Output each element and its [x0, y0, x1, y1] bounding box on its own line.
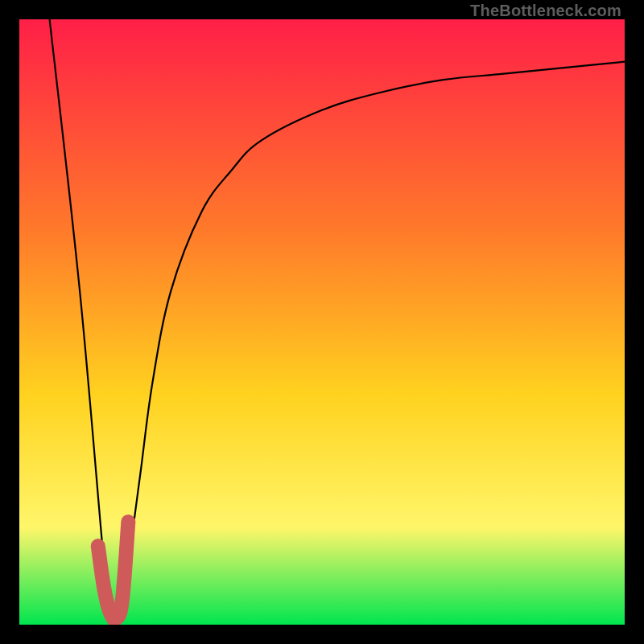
- watermark-text: TheBottleneck.com: [470, 2, 621, 20]
- chart-frame: [19, 19, 625, 625]
- bottleneck-chart: [19, 19, 625, 625]
